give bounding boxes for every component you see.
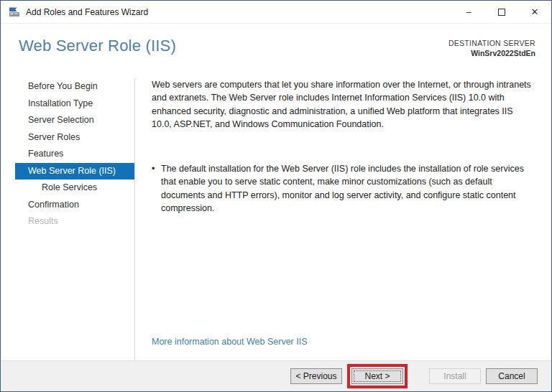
minimize-button[interactable]: – — [452, 1, 485, 24]
nav-item-server-selection[interactable]: Server Selection — [1, 112, 134, 129]
maximize-button[interactable] — [485, 1, 518, 24]
maximize-icon — [498, 9, 505, 16]
cancel-button[interactable]: Cancel — [486, 368, 538, 384]
next-button-highlight-annotation: Next > — [347, 364, 408, 388]
nav-item-web-server-role-iis[interactable]: Web Server Role (IIS) — [15, 163, 134, 180]
title-bar: Add Roles and Features Wizard – ✕ — [1, 1, 551, 24]
role-description-text: Web servers are computers that let you s… — [152, 78, 534, 131]
more-information-link[interactable]: More information about Web Server IIS — [152, 337, 308, 347]
wizard-footer: < Previous Next > Install Cancel — [1, 360, 551, 391]
page-title: Web Server Role (IIS) — [19, 37, 176, 55]
close-button[interactable]: ✕ — [518, 1, 551, 24]
nav-item-before-you-begin[interactable]: Before You Begin — [1, 78, 134, 95]
nav-item-results: Results — [1, 213, 134, 230]
install-button: Install — [429, 368, 481, 384]
destination-server-block: DESTINATION SERVER WinSrv2022StdEn — [448, 38, 535, 58]
previous-button[interactable]: < Previous — [290, 368, 342, 384]
destination-server-name: WinSrv2022StdEn — [448, 48, 535, 58]
minimize-icon: – — [466, 6, 471, 17]
nav-item-features[interactable]: Features — [1, 146, 134, 163]
nav-item-installation-type[interactable]: Installation Type — [1, 95, 134, 113]
main-content: Web servers are computers that let you s… — [152, 78, 534, 215]
default-installation-note: • The default installation for the Web S… — [152, 162, 534, 215]
nav-item-server-roles[interactable]: Server Roles — [1, 129, 134, 146]
wizard-nav: Before You Begin Installation Type Serve… — [1, 78, 135, 360]
bullet-icon: • — [152, 162, 161, 215]
window-title: Add Roles and Features Wizard — [26, 7, 148, 17]
nav-item-role-services[interactable]: Role Services — [1, 179, 134, 197]
page-header: Web Server Role (IIS) — [19, 37, 176, 55]
add-roles-features-wizard-window: { "window": { "title": "Add Roles and Fe… — [0, 0, 552, 392]
nav-item-confirmation[interactable]: Confirmation — [1, 197, 134, 214]
destination-server-label: DESTINATION SERVER — [448, 38, 535, 48]
next-button[interactable]: Next > — [351, 368, 403, 384]
default-installation-text: The default installation for the Web Ser… — [161, 162, 534, 215]
server-manager-icon — [9, 6, 20, 18]
window-controls: – ✕ — [452, 1, 551, 24]
close-icon: ✕ — [531, 6, 539, 17]
